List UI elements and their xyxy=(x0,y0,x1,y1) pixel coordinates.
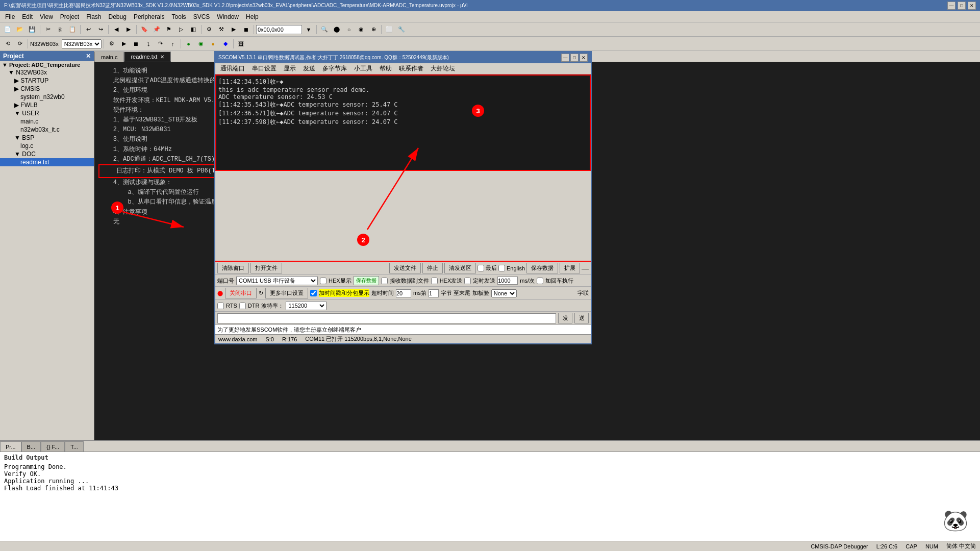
t2-btn1[interactable]: ⟲ xyxy=(2,38,13,49)
tab-readme[interactable]: readme.txt ✕ xyxy=(124,52,171,62)
menu-item-peripherals[interactable]: Peripherals xyxy=(131,12,168,21)
bytes-input[interactable] xyxy=(429,289,439,297)
bookmark4-btn[interactable]: ▷ xyxy=(175,24,187,35)
timeout-input[interactable] xyxy=(396,289,411,297)
sscom-menu-settings[interactable]: 串口设置 xyxy=(249,63,280,74)
copy-btn[interactable]: ⎘ xyxy=(55,24,66,35)
open-btn[interactable]: 📂 xyxy=(14,24,26,35)
stop-btn[interactable]: 停止 xyxy=(422,263,443,273)
t2-blue-btn[interactable]: ◆ xyxy=(220,38,231,49)
minimize-btn[interactable]: — xyxy=(947,2,956,10)
t2-step-btn[interactable]: ⤵ xyxy=(143,38,154,49)
t2-run-btn[interactable]: ▶ xyxy=(118,38,130,49)
rts-check[interactable] xyxy=(217,303,224,309)
tree-user[interactable]: ▼ USER xyxy=(0,109,94,117)
new-btn[interactable]: 📄 xyxy=(2,24,13,35)
t2-build-btn[interactable]: ⚙ xyxy=(106,38,117,49)
tab-functions[interactable]: {} F... xyxy=(41,441,65,452)
menu-item-file[interactable]: File xyxy=(2,12,18,21)
paste-btn[interactable]: 📋 xyxy=(67,24,78,35)
tree-project-root[interactable]: ▼ Project: ADC_Temperature xyxy=(0,61,94,68)
search-btn[interactable]: 🔍 xyxy=(319,24,330,35)
hex-display-check[interactable] xyxy=(320,278,326,284)
send-input[interactable] xyxy=(217,313,556,323)
sscom-menu-tools[interactable]: 小工具 xyxy=(351,63,375,74)
open-file-btn[interactable]: 打开文件 xyxy=(250,263,282,273)
save-data-btn[interactable]: 保存数据 xyxy=(354,276,379,285)
expand-btn[interactable]: 扩展 xyxy=(560,263,580,273)
t2-btn2[interactable]: ⟳ xyxy=(14,38,26,49)
menu-item-view[interactable]: View xyxy=(37,12,56,21)
menu-item-project[interactable]: Project xyxy=(57,12,82,21)
sscom-maximize-btn[interactable]: □ xyxy=(570,54,579,62)
menu-item-help[interactable]: Help xyxy=(243,12,262,21)
timed-value-input[interactable] xyxy=(497,277,518,285)
sscom-close-btn[interactable]: ✕ xyxy=(580,54,588,62)
t2-stepout-btn[interactable]: ↑ xyxy=(167,38,179,49)
menu-item-window[interactable]: Window xyxy=(214,12,242,21)
bookmark-btn[interactable]: 🔖 xyxy=(139,24,150,35)
sscom-menu-help[interactable]: 帮助 xyxy=(376,63,395,74)
debug3-btn[interactable]: ◉ xyxy=(356,24,367,35)
build4-btn[interactable]: ⏹ xyxy=(240,24,252,35)
last-check[interactable] xyxy=(478,265,484,271)
t2-yellow-btn[interactable]: ● xyxy=(208,38,219,49)
cut-btn[interactable]: ✂ xyxy=(42,24,54,35)
build-btn[interactable]: ⚙ xyxy=(204,24,215,35)
menu-item-edit[interactable]: Edit xyxy=(19,12,36,21)
port-select[interactable]: COM11 USB 串行设备 xyxy=(236,276,318,285)
sscom-menu-multibyte[interactable]: 多字节库 xyxy=(319,63,350,74)
tab-build[interactable]: B... xyxy=(21,441,41,452)
tab-readme-close[interactable]: ✕ xyxy=(160,54,164,60)
debug-btn[interactable]: ⬤ xyxy=(331,24,342,35)
tree-bsp[interactable]: ▼ BSP xyxy=(0,134,94,142)
english-check[interactable] xyxy=(498,265,505,271)
baud-select[interactable]: 115200 xyxy=(286,301,326,310)
send-file-btn[interactable]: 发送文件 xyxy=(389,263,421,273)
bookmark2-btn[interactable]: 📌 xyxy=(151,24,162,35)
close-port-btn[interactable]: 关闭串口 xyxy=(225,288,257,298)
build3-btn[interactable]: ▶ xyxy=(228,24,239,35)
target-select[interactable]: N32WB03x xyxy=(62,39,102,48)
hex-send-check[interactable] xyxy=(431,278,438,284)
tree-main-c[interactable]: main.c xyxy=(0,117,94,126)
tree-cmsis[interactable]: ▶ CMSIS xyxy=(0,85,94,93)
sscom-menu-display[interactable]: 显示 xyxy=(281,63,299,74)
maximize-btn[interactable]: □ xyxy=(958,2,966,10)
tree-doc[interactable]: ▼ DOC xyxy=(0,150,94,158)
sscom-minimize-btn[interactable]: — xyxy=(561,54,569,62)
menu-item-tools[interactable]: Tools xyxy=(169,12,189,21)
tab-main-c[interactable]: main.c xyxy=(94,52,124,62)
menu-item-debug[interactable]: Debug xyxy=(106,12,130,21)
minus-btn[interactable]: — xyxy=(582,264,589,272)
debug4-btn[interactable]: ⊕ xyxy=(368,24,379,35)
tab-templates[interactable]: T... xyxy=(65,441,84,452)
tree-fwlb[interactable]: ▶ FWLB xyxy=(0,101,94,109)
build2-btn[interactable]: ⚒ xyxy=(216,24,227,35)
bookmark3-btn[interactable]: ⚑ xyxy=(163,24,174,35)
dtr-check[interactable] xyxy=(239,303,246,309)
project-close-btn[interactable]: ✕ xyxy=(86,53,91,60)
settings-btn[interactable]: 🔧 xyxy=(396,24,407,35)
title-controls[interactable]: — □ ✕ xyxy=(947,2,976,10)
bookmark5-btn[interactable]: ◧ xyxy=(188,24,199,35)
t2-img-btn[interactable]: 🖼 xyxy=(236,38,247,49)
recv-to-file-check[interactable] xyxy=(381,278,388,284)
t2-green2-btn[interactable]: ◉ xyxy=(195,38,207,49)
menu-item-svcs[interactable]: SVCS xyxy=(190,12,213,21)
t2-stepover-btn[interactable]: ↷ xyxy=(155,38,166,49)
t2-green-btn[interactable]: ● xyxy=(183,38,194,49)
timed-send-check[interactable] xyxy=(464,278,471,284)
sscom-menu-forum[interactable]: 大虾论坛 xyxy=(428,63,458,74)
go-btn[interactable]: ▼ xyxy=(303,24,314,35)
save-btn[interactable]: 保存数据 xyxy=(526,263,558,273)
sscom-title-controls[interactable]: — □ ✕ xyxy=(561,54,588,62)
song-btn[interactable]: 送 xyxy=(574,313,589,323)
carriage-check[interactable] xyxy=(537,278,543,284)
sscom-menu-send[interactable]: 发送 xyxy=(300,63,318,74)
tree-system[interactable]: system_n32wb0 xyxy=(0,93,94,101)
filter-select[interactable]: None xyxy=(491,289,517,297)
tree-it-c[interactable]: n32wb03x_it.c xyxy=(0,126,94,134)
fa-btn[interactable]: 发 xyxy=(558,313,572,323)
nav-fwd-btn[interactable]: ▶ xyxy=(123,24,134,35)
